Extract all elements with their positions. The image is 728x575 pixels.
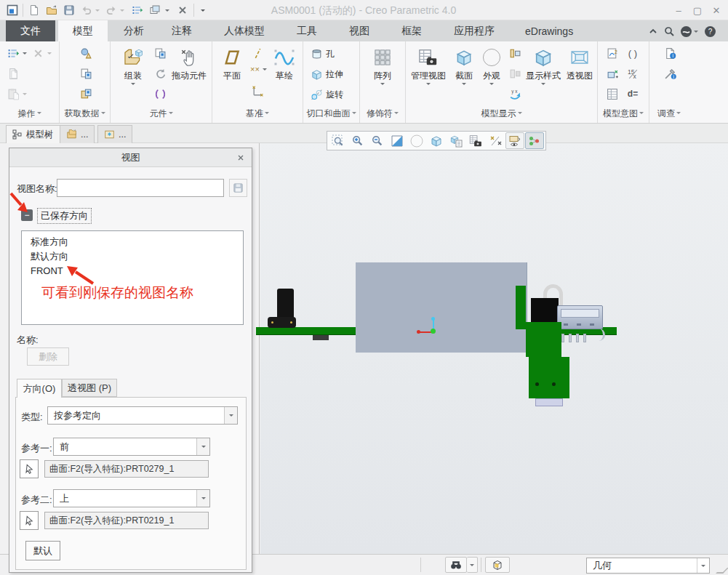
- group-label-modifiers[interactable]: 修饰符: [360, 108, 405, 120]
- redo-dropdown-icon[interactable]: [118, 2, 127, 18]
- delete-button[interactable]: 删除: [27, 347, 69, 366]
- sync-connect-icon[interactable]: [679, 24, 693, 39]
- family-table-icon[interactable]: [605, 87, 620, 101]
- usb-connector[interactable]: [557, 305, 603, 329]
- group-label-component[interactable]: 元件: [111, 108, 212, 120]
- tab-manikin[interactable]: 人体模型: [209, 20, 279, 41]
- group-label-get-data[interactable]: 获取数据: [60, 108, 110, 120]
- relations-icon[interactable]: d=: [625, 87, 640, 101]
- create-component-icon[interactable]: [153, 46, 167, 60]
- datum-display-icon[interactable]: [486, 132, 505, 149]
- tab-framework[interactable]: 框架: [387, 20, 436, 41]
- plane-button[interactable]: 平面: [217, 44, 247, 81]
- find-dropdown-icon[interactable]: [467, 557, 478, 573]
- minimize-icon[interactable]: –: [670, 3, 687, 17]
- customize-toolbar-icon[interactable]: [198, 2, 208, 18]
- zoom-out-icon[interactable]: [368, 132, 387, 149]
- new-file-icon[interactable]: [26, 2, 42, 18]
- collapse-ribbon-icon[interactable]: [646, 24, 660, 39]
- black-connector-block[interactable]: [531, 298, 559, 323]
- coordinate-system-icon[interactable]: [250, 84, 265, 98]
- ref1-select-button[interactable]: [20, 459, 39, 478]
- datum-axis-icon[interactable]: [250, 46, 265, 60]
- save-icon[interactable]: [61, 2, 77, 18]
- undo-icon[interactable]: [79, 2, 95, 18]
- annotation-display-icon[interactable]: [505, 132, 524, 149]
- feature-info-icon[interactable]: [663, 46, 677, 60]
- tab-tools[interactable]: 工具: [282, 20, 332, 41]
- publish-geometry-icon[interactable]: 2: [605, 46, 620, 60]
- close-window-icon[interactable]: [175, 2, 191, 18]
- redo-icon[interactable]: [103, 2, 119, 18]
- drag-component-button[interactable]: 拖动元件: [169, 44, 209, 81]
- resize-grip[interactable]: [716, 568, 728, 574]
- close-app-icon[interactable]: ✕: [708, 3, 725, 17]
- datum-point-button[interactable]: ××: [250, 65, 267, 73]
- window-dropdown-icon[interactable]: [163, 2, 172, 18]
- list-item[interactable]: 标准方向: [22, 235, 243, 249]
- component-display-button[interactable]: [485, 557, 510, 573]
- find-button[interactable]: [445, 557, 467, 573]
- ref2-select-button[interactable]: [20, 511, 39, 530]
- tab-perspective[interactable]: 透视图 (P): [62, 379, 117, 397]
- pcb-vertical-strip[interactable]: [516, 286, 526, 329]
- shrinkwrap-icon[interactable]: [79, 87, 93, 101]
- view-manager-icon[interactable]: [466, 132, 485, 149]
- type-dropdown-icon[interactable]: [224, 407, 237, 424]
- group-label-model-intent[interactable]: 模型意图: [598, 108, 649, 120]
- daughter-board-upper[interactable]: [526, 322, 561, 357]
- assemble-button[interactable]: 组装: [116, 44, 150, 87]
- group-label-model-display[interactable]: 模型显示: [406, 108, 597, 120]
- capacitor-component[interactable]: [277, 289, 294, 320]
- search-icon[interactable]: [662, 24, 676, 39]
- tab-model[interactable]: 模型: [58, 20, 108, 41]
- model-info-icon[interactable]: [663, 66, 677, 81]
- zoom-in-icon[interactable]: [348, 132, 367, 149]
- perspective-button[interactable]: 透视图: [563, 44, 596, 81]
- save-view-button[interactable]: [229, 179, 247, 197]
- parameters-icon[interactable]: 15x: [625, 66, 640, 81]
- saved-views-icon[interactable]: [447, 132, 465, 149]
- tab-file[interactable]: 文件: [6, 20, 55, 41]
- tab-view[interactable]: 视图: [335, 20, 384, 41]
- tab-analysis[interactable]: 分析: [109, 20, 159, 41]
- display-style-icon[interactable]: [427, 132, 446, 149]
- appearance-button[interactable]: 外观: [479, 44, 505, 87]
- type-combo[interactable]: 按参考定向: [47, 406, 238, 425]
- list-item[interactable]: 默认方向: [22, 249, 243, 264]
- hole-button[interactable]: 孔: [311, 48, 335, 60]
- tab-orientation[interactable]: 方向(O): [17, 379, 62, 398]
- daughter-board-lower[interactable]: [529, 357, 569, 398]
- repeat-icon[interactable]: [153, 66, 167, 81]
- flexibility-icon[interactable]: [605, 66, 620, 81]
- regenerate-icon[interactable]: [6, 46, 20, 60]
- tab-applications[interactable]: 应用程序: [439, 20, 509, 41]
- tab-favorites[interactable]: ...: [97, 125, 132, 143]
- pattern-button[interactable]: 阵列: [367, 44, 398, 87]
- scene-icon[interactable]: [508, 46, 522, 60]
- group-label-investigate[interactable]: 调查: [649, 108, 689, 120]
- app-icon[interactable]: [4, 2, 20, 18]
- pcb-component-small[interactable]: [313, 335, 329, 340]
- ref1-combo[interactable]: 前: [53, 438, 210, 456]
- bottom-connector[interactable]: [535, 398, 563, 406]
- view-name-input[interactable]: [57, 179, 224, 197]
- group-label-operations[interactable]: 操作: [0, 108, 59, 120]
- render-style-icon[interactable]: [407, 132, 426, 149]
- regenerate-dropdown-icon[interactable]: [20, 46, 29, 60]
- help-icon[interactable]: ?: [703, 24, 717, 39]
- undo-dropdown-icon[interactable]: [93, 2, 102, 18]
- copy-geometry-icon[interactable]: [79, 66, 93, 81]
- paste-icon[interactable]: [6, 87, 20, 101]
- mirror-component-icon[interactable]: [153, 87, 167, 101]
- dialog-close-icon[interactable]: [234, 151, 247, 164]
- group-label-datum[interactable]: 基准: [212, 108, 303, 120]
- revolve-button[interactable]: 旋转: [311, 89, 343, 101]
- delete-dropdown-icon[interactable]: [45, 46, 54, 60]
- sketch-button[interactable]: 草绘: [269, 44, 300, 81]
- zoom-region-icon[interactable]: [329, 132, 348, 149]
- delete-icon[interactable]: [31, 46, 45, 60]
- csys-origin-point[interactable]: [431, 329, 436, 334]
- lcd-panel[interactable]: [356, 262, 527, 353]
- selected-items-graph-icon[interactable]: [525, 132, 544, 149]
